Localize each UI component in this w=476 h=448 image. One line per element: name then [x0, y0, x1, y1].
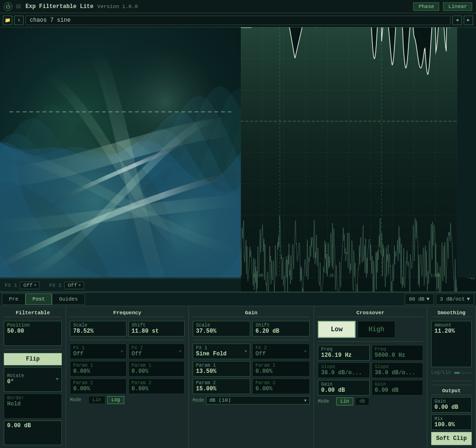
output-mix-label: Mix	[434, 416, 468, 422]
fx2-item: FX 2 Off ▼	[49, 282, 84, 289]
flip-button[interactable]: Flip	[4, 353, 62, 365]
freq-lin-button[interactable]: Lin	[88, 396, 105, 404]
crossover-gain-a-value: 0.00 dB	[321, 387, 366, 394]
fx1-dropdown[interactable]: Off ▼	[20, 282, 40, 289]
filtertable-db[interactable]: 0.00 dB	[4, 421, 62, 446]
wavetable-display[interactable]: FX 1 Off ▼ FX 2 Off ▼	[0, 27, 241, 292]
slope-dropdown[interactable]: 3 dB/oct ▼	[436, 293, 474, 305]
smoothing-amount-control[interactable]: Amount 11.20%	[431, 321, 472, 367]
smoothing-amount-value: 11.20%	[434, 328, 468, 335]
freq-shift-control[interactable]: Shift 11.80 st	[128, 321, 185, 336]
freq-mode-row: Mode Lin Log	[70, 396, 185, 404]
gain-param2-row: Param 2 15.00% Param 2 0.00%	[193, 379, 310, 394]
crossover-slope-b-value: 36.0 dB/o...	[375, 370, 420, 376]
output-section: Output Gain 0.00 dB Mix 100.0% Soft Clip	[431, 385, 472, 445]
crossover-high-button[interactable]: High	[357, 321, 395, 338]
freq-param1a-value: 0.00%	[73, 368, 123, 375]
spectrum-controls-left: Pre Post Guides	[2, 293, 405, 305]
frequency-panel: Frequency Scale 78.52% Shift 11.80 st FX…	[66, 306, 189, 448]
gain-fx1-value: Sine Fold	[196, 351, 227, 357]
rotate-dropdown-arrow[interactable]: ▼	[56, 377, 59, 382]
spectrum-controls-right: 80 dB ▼ 3 dB/oct ▼	[405, 293, 474, 305]
freq-fx1-control: FX 1 Off ▼	[70, 344, 127, 359]
phase-button[interactable]: Phase	[413, 2, 439, 11]
gain-fx-row: FX 1 Sine Fold ▼ FX 2 Off ▼	[193, 344, 310, 359]
spectrum-display[interactable]	[241, 27, 476, 292]
fx1-label: FX 1	[5, 283, 17, 288]
bottom-panels: Filtertable Position 50.00 Flip Rotate 0…	[0, 306, 476, 448]
gain-param1-value: 13.50%	[196, 368, 247, 375]
gain-param1-control[interactable]: Param 1 13.50%	[193, 361, 250, 377]
gain-fx1-arrow[interactable]: ▼	[245, 349, 247, 353]
gain-shift-control[interactable]: Shift 6.20 dB	[252, 321, 310, 336]
pre-button[interactable]: Pre	[2, 293, 26, 305]
gain-mode-row: Mode dB (10) ▼	[193, 396, 310, 405]
crossover-db-button[interactable]: dB	[355, 397, 369, 405]
fx-bar: FX 1 Off ▼ FX 2 Off ▼	[0, 278, 241, 292]
soft-clip-button[interactable]: Soft Clip	[431, 432, 472, 445]
gain-param2-value: 15.00%	[196, 386, 247, 392]
freq-param1b-control: Param 1 0.00%	[128, 361, 185, 377]
gain-scale-control[interactable]: Scale 37.50%	[193, 321, 250, 336]
drag-handle[interactable]	[16, 3, 22, 10]
gain-fx1-control[interactable]: FX 1 Sine Fold ▼	[193, 344, 250, 359]
crossover-low-button[interactable]: Low	[318, 321, 356, 338]
crossover-slope-b-control: Slope 36.0 dB/o...	[372, 362, 424, 378]
linear-button[interactable]: Linear	[443, 2, 472, 11]
guides-button[interactable]: Guides	[52, 293, 85, 305]
gain-fx2-arrow: ▼	[304, 349, 306, 353]
gain-param2-control[interactable]: Param 2 15.00%	[193, 379, 250, 394]
crossover-freq-a-label: Freq	[321, 347, 366, 352]
gain-mode-label: Mode	[193, 398, 204, 403]
smoothing-loglin-slider[interactable]	[454, 372, 472, 374]
crossover-freq-a-value: 126.19 Hz	[321, 352, 366, 359]
db-range-dropdown[interactable]: 80 dB ▼	[405, 293, 434, 305]
fx2-dropdown[interactable]: Off ▼	[64, 282, 84, 289]
filtertable-title: Filtertable	[4, 309, 62, 317]
crossover-gain-b-label: Gain	[375, 382, 420, 387]
gain-mode-select[interactable]: dB (10) ▼	[206, 396, 310, 405]
crossover-gain-b-value: 0.00 dB	[375, 387, 420, 394]
save-icon[interactable]: ⬇	[14, 16, 24, 25]
slope-arrow: ▼	[467, 296, 470, 302]
freq-shift-label: Shift	[132, 323, 182, 328]
gain-scale-value: 37.50%	[196, 328, 247, 335]
freq-fx1-label: FX 1	[73, 345, 85, 351]
frequency-title: Frequency	[70, 309, 185, 317]
crossover-freq-a-control[interactable]: Freq 126.19 Hz	[318, 345, 370, 361]
gain-fx1-label: FX 1	[196, 345, 227, 351]
gain-scale-shift-row: Scale 37.50% Shift 6.20 dB	[193, 321, 310, 336]
gain-param1b-control: Param 1 0.00%	[252, 361, 310, 377]
crossover-lin-button[interactable]: Lin	[336, 397, 353, 405]
freq-param1b-label: Param 1	[132, 363, 182, 368]
crossover-freq-b-control: Freq 5000.0 Hz	[372, 345, 424, 361]
position-control[interactable]: Position 50.00	[4, 321, 62, 346]
folder-icon[interactable]: 📁	[3, 16, 12, 25]
crossover-gain-a-control[interactable]: Gain 0.00 dB	[318, 380, 370, 396]
rotate-control[interactable]: Rotate 0° ▼	[4, 367, 62, 392]
post-button[interactable]: Post	[26, 293, 52, 305]
wavetable-canvas[interactable]	[0, 27, 241, 292]
output-mix-control[interactable]: Mix 100.0%	[431, 414, 472, 430]
gain-title: Gain	[193, 309, 310, 317]
freq-scale-control[interactable]: Scale 78.52%	[70, 321, 127, 336]
gain-param2b-control: Param 2 0.00%	[252, 379, 310, 394]
preset-prev-arrow[interactable]: ◀	[452, 16, 462, 25]
preset-name-input[interactable]	[26, 16, 450, 25]
gain-scale-label: Scale	[196, 323, 247, 328]
crossover-slope-a-control: Slope 36.0 dB/o...	[318, 362, 370, 378]
fx2-dropdown-arrow: ▼	[78, 283, 81, 287]
spectrum-canvas[interactable]	[241, 27, 476, 292]
freq-param1b-value: 0.00%	[132, 368, 182, 375]
rotate-value: 0°	[7, 379, 24, 385]
preset-next-arrow[interactable]: ▶	[464, 16, 473, 25]
power-button[interactable]: ⏻	[4, 2, 12, 11]
crossover-slope-b-label: Slope	[375, 364, 420, 370]
freq-fx2-arrow: ▼	[179, 349, 181, 353]
gain-param1-label: Param 1	[196, 363, 247, 368]
crossover-gain-a-label: Gain	[321, 382, 366, 387]
smoothing-title: Smoothing	[431, 309, 472, 317]
output-gain-control[interactable]: Gain 0.00 dB	[431, 397, 472, 413]
output-title: Output	[431, 387, 472, 395]
freq-log-button[interactable]: Log	[107, 396, 124, 404]
